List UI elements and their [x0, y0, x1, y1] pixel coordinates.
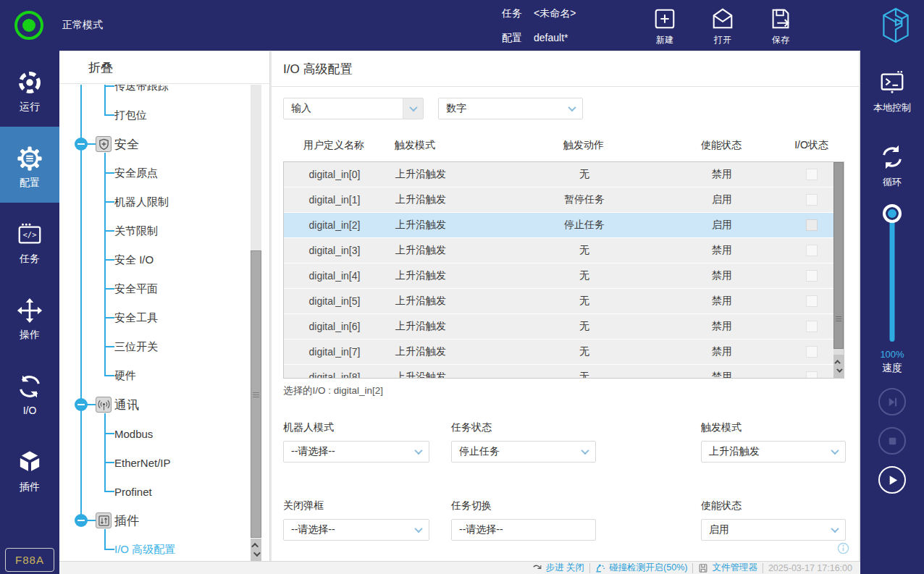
open-file-icon [710, 7, 735, 31]
tree-item-label: 安全工具 [114, 311, 158, 325]
scroll-up-icon[interactable] [834, 360, 840, 366]
tree-item[interactable]: 硬件 [59, 361, 269, 390]
form-field-control[interactable]: --请选择-- [283, 441, 429, 463]
table-row[interactable]: digital_in[4] 上升沿触发 无 禁用 [284, 263, 844, 288]
status-item[interactable]: 步进 关闭 [527, 563, 589, 573]
tree-collapse-header[interactable]: 折叠 [59, 51, 269, 84]
form-field-label: 触发模式 [701, 421, 846, 434]
status-item[interactable]: 文件管理器 [692, 563, 763, 573]
scroll-down-icon[interactable] [836, 367, 842, 373]
topbar-action-button[interactable]: 保存 [752, 5, 810, 46]
tree-item[interactable]: 安全 [59, 130, 269, 159]
mode-indicator[interactable]: 正常模式 [14, 11, 103, 40]
nav-item[interactable]: 操作 [0, 279, 59, 355]
table-row[interactable]: digital_in[2] 上升沿触发 停止任务 启用 [284, 213, 844, 237]
info-icon[interactable] [837, 542, 849, 554]
collapse-toggle-icon[interactable] [75, 514, 88, 527]
cell-enable-state: 启用 [653, 219, 791, 232]
tree-item-label: 通讯 [114, 397, 139, 413]
topbar-actions: 新建 打开 保存 [636, 5, 810, 46]
tree-item[interactable]: I/O 高级配置 [59, 535, 269, 561]
form-field-control[interactable]: --请选择-- [451, 519, 596, 541]
cell-trigger-mode: 上升沿触发 [385, 371, 516, 379]
table-row[interactable]: digital_in[8] 上升沿触发 无 禁用 [284, 365, 844, 379]
table-row[interactable]: digital_in[0] 上升沿触发 无 禁用 [284, 162, 844, 187]
chevron-down-icon [408, 520, 429, 540]
config-icon [16, 145, 43, 172]
form-field-control[interactable]: --请选择-- [283, 519, 429, 541]
speed-slider-handle[interactable] [883, 204, 902, 223]
config-value: default* [534, 32, 568, 44]
table-row[interactable]: digital_in[5] 上升沿触发 无 禁用 [284, 289, 844, 313]
tree-item[interactable]: 传送带跟踪 [59, 85, 269, 101]
tree-item[interactable]: 安全 I/O [59, 245, 269, 274]
io-state-checkbox [806, 371, 818, 379]
tree-item[interactable]: 三位开关 [59, 332, 269, 361]
new-file-icon [652, 7, 677, 31]
transport-controls [860, 388, 924, 494]
fkey-button[interactable]: F88A [5, 548, 54, 572]
filter-dropdown[interactable]: 数字 [438, 98, 583, 119]
form-field-control[interactable]: 上升沿触发 [701, 441, 846, 463]
status-item-text: 文件管理器 [712, 562, 757, 574]
filter-dropdown-value: 数字 [446, 102, 466, 115]
table-scrollbar[interactable] [833, 162, 844, 378]
nav-item[interactable]: 运行 [0, 51, 59, 127]
table-row[interactable]: digital_in[6] 上升沿触发 无 禁用 [284, 314, 844, 339]
tree-item[interactable]: 机器人限制 [59, 187, 269, 216]
tree-scrollbar-arrows[interactable] [251, 539, 261, 561]
tree-item[interactable]: Profinet [59, 477, 269, 506]
tree-item[interactable]: 安全平面 [59, 274, 269, 303]
scroll-up-icon[interactable] [251, 543, 259, 550]
table-row[interactable]: digital_in[7] 上升沿触发 无 禁用 [284, 339, 844, 364]
filter-dropdown[interactable]: 输入 [283, 98, 424, 119]
cell-user-name: digital_in[0] [284, 169, 385, 180]
tree-item[interactable]: 安全原点 [59, 159, 269, 187]
tree-item-label: 打包位 [114, 109, 147, 122]
form-field-control[interactable]: 启用 [701, 519, 846, 541]
nav-item[interactable]: 插件 [0, 431, 59, 507]
tree-item[interactable]: EtherNet/IP [59, 448, 269, 477]
tree-item[interactable]: 安全工具 [59, 303, 269, 332]
tree-item[interactable]: 打包位 [59, 101, 269, 130]
plugin-icon [16, 449, 43, 476]
right-bar-item[interactable]: 本地控制 [873, 69, 911, 114]
io-icon [16, 373, 43, 400]
table-row[interactable]: digital_in[1] 上升沿触发 暂停任务 启用 [284, 187, 844, 212]
column-header: 触发模式 [385, 139, 515, 152]
collapse-toggle-icon[interactable] [75, 398, 88, 411]
status-item[interactable]: 碰撞检测开启(50%) [589, 563, 692, 573]
table-scrollbar-arrows[interactable] [833, 355, 844, 378]
nav-item[interactable]: I/O [0, 355, 59, 431]
tree-item[interactable]: 通讯 [59, 390, 269, 419]
table-scrollbar-thumb[interactable] [833, 162, 844, 349]
status-item[interactable]: 2025-03-17 17:16:00 [763, 563, 857, 573]
selected-io-label: 选择的I/O : digital_in[2] [283, 384, 383, 397]
nav-item[interactable]: 配置 [0, 127, 59, 203]
tree-scrollbar[interactable] [251, 85, 261, 538]
form-field-label: 机器人模式 [283, 421, 429, 434]
nav-item[interactable]: </> 任务 [0, 203, 59, 279]
form-field-control[interactable]: 停止任务 [451, 441, 596, 463]
transport-button[interactable] [878, 388, 906, 415]
collapse-toggle-icon[interactable] [75, 138, 88, 151]
operate-icon [16, 297, 43, 324]
right-bar-item[interactable]: 循环 [878, 143, 906, 189]
page-title: I/O 高级配置 [283, 61, 352, 77]
scroll-down-icon[interactable] [253, 549, 261, 557]
transport-button[interactable] [878, 466, 906, 494]
transport-button[interactable] [878, 427, 906, 455]
tree-item[interactable]: Modbus [59, 419, 269, 448]
tree-item-label: 安全平面 [114, 282, 158, 296]
topbar-action-button[interactable]: 打开 [694, 5, 752, 46]
tree-item[interactable]: 插件 [59, 506, 269, 535]
table-row[interactable]: digital_in[3] 上升沿触发 无 禁用 [284, 238, 844, 263]
cell-trigger-action: 无 [516, 320, 653, 333]
cell-trigger-action: 无 [516, 371, 653, 379]
chevron-down-icon [825, 520, 845, 540]
tree-item[interactable]: 关节限制 [59, 216, 269, 245]
cell-trigger-action: 无 [516, 168, 653, 181]
speed-slider[interactable] [890, 207, 895, 342]
tree-scrollbar-thumb[interactable] [251, 250, 261, 538]
topbar-action-button[interactable]: 新建 [636, 5, 694, 46]
